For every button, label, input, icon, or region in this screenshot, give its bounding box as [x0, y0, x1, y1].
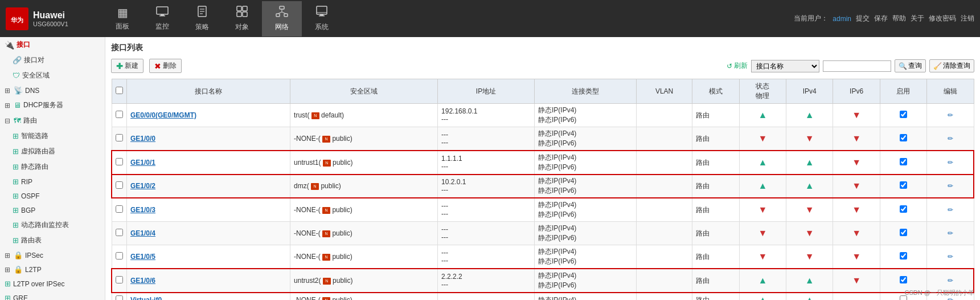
nav-item-object[interactable]: 对象 [222, 1, 262, 37]
sidebar-item-route[interactable]: ⊟ 🗺 路由 [0, 113, 105, 128]
enable-checkbox[interactable] [900, 111, 907, 118]
row-mode: 路由 [692, 127, 739, 151]
delete-button[interactable]: ✖ 删除 [149, 59, 182, 73]
edit-button[interactable]: ✏ [948, 159, 953, 167]
change-password-link[interactable]: 修改密码 [929, 14, 956, 23]
search-button[interactable]: 🔍 查询 [895, 59, 926, 72]
sidebar-item-rip[interactable]: ⊞ RIP [0, 175, 105, 189]
nav-item-system[interactable]: 系统 [302, 1, 342, 37]
enable-checkbox[interactable] [900, 229, 907, 236]
zone-icon: N [322, 297, 330, 300]
sidebar-item-interface-pair[interactable]: 🔗 接口对 [0, 52, 105, 68]
row-checkbox[interactable] [116, 158, 123, 165]
nav-item-network[interactable]: 网络 [262, 1, 302, 37]
interface-name-link[interactable]: GE0/0/0(GE0/MGMT) [130, 111, 196, 119]
row-checkbox[interactable] [116, 205, 123, 213]
edit-button[interactable]: ✏ [948, 206, 953, 214]
edit-button[interactable]: ✏ [948, 182, 953, 190]
interface-name-link[interactable]: GE1/0/4 [130, 229, 155, 237]
sidebar-item-static-route[interactable]: ⊞ 静态路由 [0, 159, 105, 175]
interface-name-link[interactable]: GE1/0/6 [130, 277, 155, 285]
refresh-button[interactable]: ↺ 刷新 [727, 61, 748, 71]
save-link[interactable]: 保存 [874, 14, 888, 23]
sidebar-item-ospf[interactable]: ⊞ OSPF [0, 189, 105, 203]
sidebar-item-dns[interactable]: ⊞ 📡 DNS [0, 83, 105, 98]
edit-button[interactable]: ✏ [948, 111, 953, 119]
sidebar-item-gre[interactable]: ⊞ GRE [0, 291, 105, 300]
new-button[interactable]: ✚ 新建 [111, 59, 143, 73]
sidebar-item-bgp[interactable]: ⊞ BGP [0, 203, 105, 217]
row-name: GE1/0/0 [127, 127, 290, 151]
th-ipv4: IPv4 [786, 79, 833, 104]
sidebar-label-gre: GRE [13, 294, 28, 301]
sidebar-item-smart-route[interactable]: ⊞ 智能选路 [0, 128, 105, 144]
row-checkbox[interactable] [116, 276, 123, 283]
enable-checkbox[interactable] [900, 158, 907, 165]
sidebar-item-dhcp[interactable]: ⊞ 🖥 DHCP服务器 [0, 98, 105, 113]
interface-name-link[interactable]: GE1/0/0 [130, 135, 155, 143]
edit-button[interactable]: ✏ [948, 277, 953, 285]
svg-line-18 [282, 12, 286, 14]
row-checkbox[interactable] [116, 229, 123, 236]
row-ip: 2.2.2.2--- [438, 269, 535, 293]
delete-icon: ✖ [154, 62, 161, 71]
table-row: GE1/0/5 -NONE-( N public) ------ 静态IP(IP… [112, 245, 974, 269]
system-icon [316, 6, 327, 20]
th-enable: 启用 [880, 79, 926, 104]
logout-link[interactable]: 注销 [961, 14, 974, 23]
enable-checkbox[interactable] [900, 276, 907, 283]
search-field-select[interactable]: 接口名称 [751, 60, 819, 72]
row-checkbox[interactable] [116, 134, 123, 141]
ipsec-icon: 🔒 [14, 251, 23, 260]
svg-line-17 [278, 12, 282, 14]
search-input[interactable] [823, 60, 891, 72]
sidebar-label-l2tp-ipsec: L2TP over IPSec [13, 280, 65, 288]
submit-link[interactable]: 提交 [856, 14, 870, 23]
interface-name-link[interactable]: GE1/0/2 [130, 182, 155, 190]
row-checkbox[interactable] [116, 295, 123, 300]
edit-button[interactable]: ✏ [948, 229, 953, 237]
sidebar-item-ipsec[interactable]: ⊞ 🔒 IPSec [0, 248, 105, 262]
sidebar-item-dynamic-monitor[interactable]: ⊞ 动态路由监控表 [0, 217, 105, 233]
row-edit: ✏ [927, 245, 974, 269]
row-checkbox-cell [112, 222, 127, 245]
select-all-checkbox[interactable] [116, 87, 123, 94]
panel-icon: ▦ [117, 6, 128, 19]
svg-rect-4 [159, 15, 165, 17]
sidebar: 🔌 接口 🔗 接口对 🛡 安全区域 ⊞ 📡 DNS ⊞ 🖥 DHCP服务器 ⊟ … [0, 37, 105, 300]
row-vlan [636, 198, 692, 222]
interface-name-link[interactable]: GE1/0/1 [130, 159, 155, 167]
zone-icon: N [311, 112, 319, 119]
edit-button[interactable]: ✏ [948, 135, 953, 143]
about-link[interactable]: 关于 [911, 14, 924, 23]
enable-checkbox[interactable] [900, 181, 907, 189]
row-checkbox[interactable] [116, 111, 123, 118]
row-vlan [636, 293, 692, 300]
nav-item-policy[interactable]: 策略 [182, 1, 222, 37]
clear-button[interactable]: 🧹 清除查询 [929, 59, 974, 72]
sidebar-item-interface[interactable]: 🔌 接口 [0, 37, 105, 52]
enable-checkbox[interactable] [900, 134, 907, 141]
nav-item-panel[interactable]: ▦ 面板 [102, 1, 142, 36]
edit-button[interactable]: ✏ [948, 253, 953, 261]
main-layout: 🔌 接口 🔗 接口对 🛡 安全区域 ⊞ 📡 DNS ⊞ 🖥 DHCP服务器 ⊟ … [0, 37, 980, 300]
sidebar-item-virtual-router[interactable]: ⊞ 虚拟路由器 [0, 144, 105, 159]
interface-name-link[interactable]: Virtual-if0 [130, 296, 162, 300]
enable-checkbox[interactable] [900, 252, 907, 260]
nav-item-monitor[interactable]: 监控 [142, 2, 182, 36]
interface-name-link[interactable]: GE1/0/3 [130, 206, 155, 214]
sidebar-item-security-zone[interactable]: 🛡 安全区域 [0, 68, 105, 83]
interface-name-link[interactable]: GE1/0/5 [130, 253, 155, 261]
row-checkbox[interactable] [116, 252, 123, 260]
sidebar-item-l2tp[interactable]: ⊞ 🔒 L2TP [0, 262, 105, 277]
table-row: GE1/0/3 -NONE-( N public) ------ 静态IP(IP… [112, 198, 974, 222]
row-zone: -NONE-( N public) [290, 245, 438, 269]
row-name: GE1/0/6 [127, 269, 290, 293]
help-link[interactable]: 帮助 [892, 14, 906, 23]
sidebar-item-route-table[interactable]: ⊞ 路由表 [0, 233, 105, 248]
sidebar-item-l2tp-ipsec[interactable]: ⊞ L2TP over IPSec [0, 277, 105, 291]
enable-checkbox[interactable] [900, 205, 907, 213]
row-vlan [636, 104, 692, 127]
policy-icon [197, 6, 207, 20]
row-checkbox[interactable] [116, 181, 123, 189]
